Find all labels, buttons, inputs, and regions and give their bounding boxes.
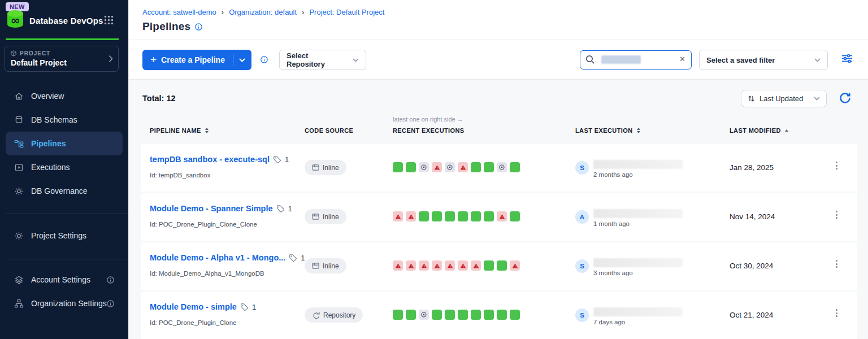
create-pipeline-button[interactable]: + Create a Pipeline: [142, 50, 251, 70]
sidebar-item-executions[interactable]: Executions: [0, 155, 128, 179]
sidebar-item-label: Pipelines: [31, 139, 66, 148]
execution-status-error[interactable]: [445, 260, 455, 271]
last-modified-date: Nov 14, 2024: [730, 212, 775, 221]
sort-dropdown[interactable]: Last Updated: [741, 90, 827, 107]
execution-status-success[interactable]: [484, 260, 494, 271]
create-pipeline-dropdown-button[interactable]: [233, 50, 251, 70]
sidebar-item-db-governance[interactable]: DB Governance: [0, 179, 128, 203]
info-icon[interactable]: [260, 55, 268, 64]
execution-status-success[interactable]: [393, 162, 403, 172]
execution-status-success[interactable]: [510, 310, 520, 320]
sort-carets-icon[interactable]: [637, 128, 640, 133]
clear-search-icon[interactable]: ✕: [679, 55, 685, 63]
execution-status-error[interactable]: [458, 162, 468, 172]
sidebar-item-pipelines[interactable]: Pipelines: [6, 132, 123, 155]
execution-status-success[interactable]: [445, 310, 455, 320]
execution-status-neutral[interactable]: [419, 162, 429, 172]
execution-status-error[interactable]: [419, 260, 429, 271]
page-header: Account: satwell-demo › Organization: de…: [129, 0, 868, 80]
breadcrumb-separator: ›: [302, 8, 304, 16]
execution-status-success[interactable]: [510, 211, 520, 221]
code-source-chip: Inline: [305, 160, 346, 175]
breadcrumb-account-link[interactable]: Account: satwell-demo: [142, 8, 216, 16]
execution-status-success[interactable]: [432, 310, 442, 320]
refresh-icon[interactable]: [839, 92, 851, 104]
execution-status-neutral[interactable]: [445, 162, 455, 172]
execution-status-success[interactable]: [497, 260, 507, 271]
avatar[interactable]: A: [575, 210, 589, 224]
execution-status-success[interactable]: [510, 162, 520, 172]
execution-status-success[interactable]: [458, 310, 468, 320]
info-icon[interactable]: [106, 299, 115, 308]
pipeline-name-link[interactable]: Module Demo - Alpha v1 - Mongo...: [150, 253, 285, 262]
sidebar-item-organization-settings[interactable]: Organization Settings: [0, 292, 128, 315]
execution-status-success[interactable]: [419, 211, 429, 221]
execution-status-success[interactable]: [432, 211, 442, 221]
chevron-down-icon: [814, 97, 820, 101]
execution-status-neutral[interactable]: [497, 162, 507, 172]
execution-status-success[interactable]: [406, 310, 416, 320]
sidebar-item-overview[interactable]: Overview: [0, 84, 128, 108]
breadcrumb-project-link[interactable]: Project: Default Project: [309, 8, 384, 16]
execution-status-success[interactable]: [393, 310, 403, 320]
saved-filter-dropdown[interactable]: Select a saved filter: [699, 50, 828, 70]
execution-status-success[interactable]: [445, 211, 455, 221]
recent-executions: [393, 211, 520, 221]
warning-triangle-icon: [473, 263, 479, 269]
filter-sliders-icon[interactable]: [842, 54, 852, 63]
warning-triangle-icon: [395, 214, 401, 220]
table-header: latest one on right side → PIPELINE NAME…: [141, 112, 857, 144]
row-menu-button[interactable]: [834, 210, 840, 220]
execution-status-error[interactable]: [471, 260, 481, 271]
info-icon[interactable]: [106, 276, 115, 284]
execution-status-error[interactable]: [458, 260, 468, 271]
row-menu-button[interactable]: [834, 160, 840, 171]
execution-status-error[interactable]: [510, 260, 520, 271]
project-selector[interactable]: PROJECT Default Project: [5, 46, 119, 72]
breadcrumb-organization-link[interactable]: Organization: default: [229, 8, 297, 16]
execution-status-error[interactable]: [406, 211, 416, 221]
execution-status-success[interactable]: [484, 211, 494, 221]
avatar[interactable]: S: [575, 161, 589, 175]
sidebar-divider: [6, 214, 128, 214]
sidebar-item-db-schemas[interactable]: DB Schemas: [0, 108, 128, 132]
execution-status-success[interactable]: [484, 310, 494, 320]
info-icon[interactable]: [194, 23, 203, 31]
column-header-last-execution: LAST EXECUTION: [575, 127, 633, 134]
sidebar-item-project-settings[interactable]: Project Settings: [0, 224, 128, 247]
avatar[interactable]: S: [575, 308, 589, 322]
execution-status-error[interactable]: [393, 211, 403, 221]
table-row: Module Demo - Spanner Simple 1 Id: POC_D…: [141, 193, 857, 241]
execution-status-success[interactable]: [484, 162, 494, 172]
warning-triangle-icon: [460, 263, 466, 269]
search-input[interactable]: ✕: [580, 50, 692, 69]
execution-status-success[interactable]: [471, 211, 481, 221]
pipeline-name-link[interactable]: Module Demo - Spanner Simple: [150, 204, 273, 213]
execution-status-success[interactable]: [497, 310, 507, 320]
apps-grid-icon[interactable]: [104, 15, 114, 25]
execution-status-success[interactable]: [471, 162, 481, 172]
row-menu-button[interactable]: [834, 308, 840, 318]
execution-status-error[interactable]: [432, 260, 442, 271]
create-pipeline-label: Create a Pipeline: [161, 55, 225, 64]
select-repository-dropdown[interactable]: Select Repository: [279, 50, 366, 70]
tag-count: 1: [301, 254, 305, 262]
sort-carets-icon[interactable]: [205, 128, 209, 133]
execution-status-success[interactable]: [406, 162, 416, 172]
execution-status-neutral[interactable]: [419, 310, 429, 320]
pipeline-name-link[interactable]: Module Demo - simple: [150, 302, 237, 311]
row-menu-button[interactable]: [834, 259, 840, 269]
execution-status-error[interactable]: [497, 211, 507, 221]
execution-status-success[interactable]: [471, 310, 481, 320]
total-count: Total: 12: [142, 94, 176, 103]
app-logo-icon: ∞: [5, 9, 26, 29]
execution-status-error[interactable]: [406, 260, 416, 271]
sidebar-item-account-settings[interactable]: Account Settings: [0, 268, 128, 292]
sort-caret-up-icon[interactable]: [785, 129, 788, 132]
avatar[interactable]: S: [575, 259, 589, 273]
column-header-code-source: CODE SOURCE: [305, 127, 353, 134]
execution-status-success[interactable]: [458, 211, 468, 221]
execution-status-error[interactable]: [393, 260, 403, 271]
execution-status-error[interactable]: [432, 162, 442, 172]
pipeline-name-link[interactable]: tempDB sandbox - execute-sql: [150, 155, 270, 164]
